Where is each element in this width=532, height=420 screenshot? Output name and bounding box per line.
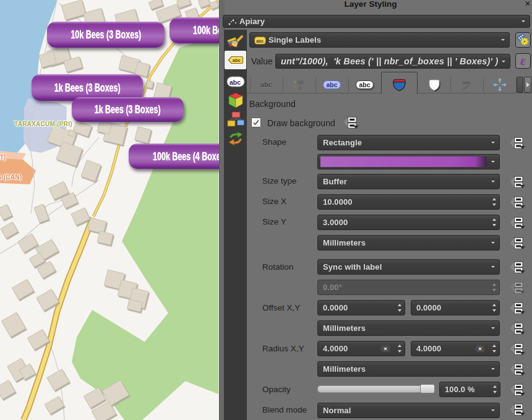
svg-text:abc: abc [233,58,241,63]
svg-text:abc: abc [463,80,471,85]
svg-text:abc: abc [256,39,264,43]
svg-text:<: < [294,85,297,91]
svg-text:abc: abc [230,79,241,86]
svg-text:c: c [299,85,302,91]
